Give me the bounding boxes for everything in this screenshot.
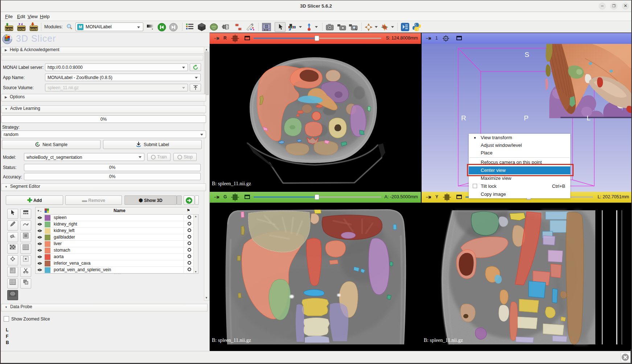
svg-text:DCM: DCM <box>18 28 25 31</box>
svg-text:SAVE: SAVE <box>30 28 38 31</box>
svg-text:R: R <box>461 114 466 122</box>
svg-text:DATA: DATA <box>5 28 13 31</box>
svg-text:S: S <box>525 51 529 58</box>
svg-text:L: L <box>587 114 591 122</box>
svg-text:P: P <box>524 114 529 122</box>
